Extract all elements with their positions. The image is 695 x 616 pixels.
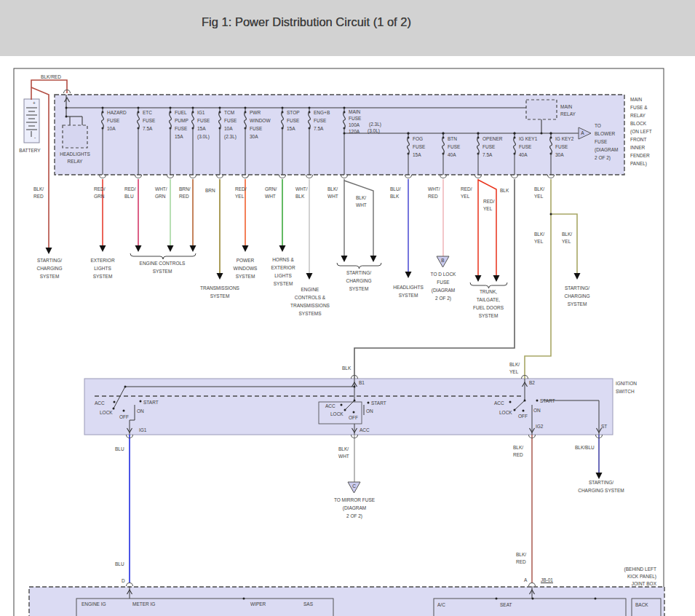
fuse-label-fuel-pump: FUEL PUMP FUSE 15A	[175, 108, 188, 141]
junction-dot	[353, 411, 355, 414]
dest-label: STARTING/ CHARGING SYSTEM	[36, 256, 62, 280]
wire-label: GRN/ WHT	[265, 186, 277, 200]
junction-dot	[140, 400, 142, 403]
headlights-relay-label: HEADLIGHTS RELAY	[60, 151, 90, 165]
wire-label: BRN/ RED	[179, 186, 191, 200]
junction-dot	[408, 133, 410, 135]
junction-dot	[243, 598, 245, 600]
eng-b-fuse-junction	[309, 107, 311, 109]
joint-section: SAS	[303, 601, 313, 608]
junction-dot	[114, 401, 116, 403]
dest-arrowhead	[341, 256, 348, 262]
battery-label: BATTERY	[19, 147, 40, 154]
dest-arrowhead	[167, 245, 174, 252]
wire-label: BLK/ YEL	[509, 361, 520, 376]
junction-dot	[496, 598, 498, 600]
terminal-b2: B2	[529, 379, 535, 387]
branch-blk-yel	[551, 214, 577, 277]
junction-dot	[341, 404, 343, 406]
wire-label: BLK/BLU	[575, 444, 595, 451]
junction-dot	[524, 400, 526, 402]
junction-dot	[354, 386, 356, 388]
wire-label: RED/ GRN	[94, 186, 106, 200]
connector-arc	[127, 583, 133, 587]
dest-arrowhead	[46, 248, 52, 254]
switch-pos: ACC	[494, 400, 504, 407]
hazard-fuse-junction	[102, 107, 104, 109]
dest-arrowhead	[135, 245, 142, 252]
wire-label: BLK/ RED	[513, 444, 523, 459]
diagram-geometry: ABC	[0, 0, 695, 616]
exit-blk-yel	[525, 179, 551, 379]
wire-label: RED/ YEL	[461, 186, 472, 200]
dest-label: TO MIRROR FUSE (DIAGRAM 2 OF 2)	[334, 496, 375, 520]
main-fuse-junction	[343, 107, 346, 109]
wire-label: BLK/ YEL	[534, 186, 544, 200]
junction-dot	[368, 402, 370, 404]
dest-arrowhead	[370, 256, 377, 262]
junction-dot	[354, 400, 356, 402]
headlights-relay-box	[63, 125, 87, 148]
switch-pos: START	[540, 398, 555, 405]
wire-label: RED/ BLU	[124, 186, 136, 200]
fuse-label-fog: FOG FUSE 15A	[413, 135, 425, 159]
fuse-label-tcm: TCM FUSE 10A (2.3L)	[224, 108, 237, 141]
wire-label: BLK/ WHT	[356, 194, 367, 209]
switch-pos: ON	[137, 408, 144, 415]
junction-dot	[550, 213, 552, 216]
junction-dot	[514, 409, 516, 411]
to-blower-note: TO BLOWER FUSE (DIAGRAM 2 OF 2)	[595, 122, 619, 162]
wire-label: BLU/ BLK	[390, 186, 400, 200]
ig1-fuse-junction	[192, 107, 194, 109]
dest-arrowhead	[306, 273, 313, 280]
junction-dot	[523, 410, 525, 412]
fuse-label-eng-b: ENG+B FUSE 7.5A	[314, 108, 330, 133]
switch-pos: ACC	[95, 400, 105, 407]
dest-arrowhead	[574, 273, 581, 280]
joint-section: ENGINE IG	[82, 601, 106, 608]
switch-pos: ACC	[325, 403, 335, 410]
dest-label: POWER WINDOWS SYSTEM	[234, 256, 258, 280]
etc-fuse-junction	[138, 107, 140, 109]
wire-label: RED/ YEL	[235, 186, 247, 200]
wire-label: BRN	[205, 187, 215, 194]
fuse-label-pwr-window: PWR WINDOW FUSE 30A	[250, 108, 271, 141]
switch-pos: OFF	[119, 414, 129, 421]
terminal-ig1: IG1	[139, 427, 146, 434]
switch-pos: ON	[533, 407, 541, 414]
joint-box-note: (BEHIND LEFT KICK PANEL) JOINT BOX	[624, 566, 656, 588]
dest-label: HORNS & EXTERIOR LIGHTS SYSTEM	[271, 256, 295, 288]
junction-dot	[124, 386, 127, 388]
dest-label: TRANSMISSIONS SYSTEM	[200, 284, 239, 300]
switch-pos: ON	[366, 408, 373, 415]
switch-pos: START	[371, 400, 386, 407]
jb-01-label: JB-01	[541, 577, 553, 584]
wire-label: BLU	[115, 561, 124, 568]
fuse-label-ig-key1: IG KEY1 FUSE 40A	[519, 135, 537, 159]
junction-dot	[442, 133, 445, 135]
dest-label: STARTING/ CHARGING SYSTEM	[564, 284, 589, 308]
junction-dot	[550, 133, 552, 135]
wire-label: BLK/ YEL	[562, 231, 572, 245]
terminal-ig2: IG2	[536, 423, 543, 430]
dest-label: STARTING/ CHARGING SYSTEM	[578, 478, 624, 494]
switch-pos: LOCK	[100, 409, 113, 416]
battery-minus: -	[34, 134, 36, 141]
wire-label: RED/ YEL	[483, 198, 495, 213]
junction-dot	[343, 133, 346, 135]
connector-a-letter: A	[581, 130, 584, 135]
fuse-label-stop: STOP FUSE 15A	[287, 108, 300, 133]
dest-label: ENGINE CONTROLS & TRANSMISSIONS SYSTEMS	[290, 285, 330, 317]
wire-label: BLK/ WHT	[338, 446, 349, 460]
dest-label: STARTING/ CHARGING SYSTEM	[346, 269, 371, 293]
dest-label: ENGINE CONTROLS SYSTEM	[140, 259, 186, 275]
joint-section: SEAT	[500, 601, 512, 609]
switch-pos: LOCK	[499, 409, 512, 416]
block-note: MAIN FUSE & RELAY BLOCK (ON LEFT FRONT I…	[630, 95, 652, 167]
switch-pos: LOCK	[330, 411, 343, 418]
fuse-label-opener: OPENER FUSE 7.5A	[482, 135, 502, 159]
dest-arrowhead	[217, 273, 223, 280]
junction-dot	[477, 133, 480, 135]
junction-dot	[532, 598, 534, 600]
switch-pos: OFF	[518, 413, 528, 420]
